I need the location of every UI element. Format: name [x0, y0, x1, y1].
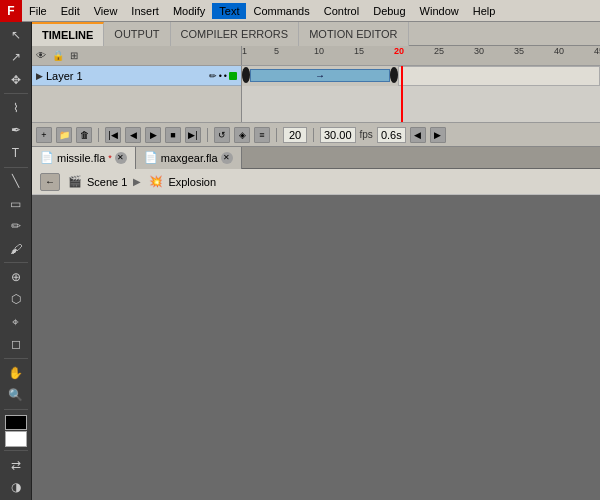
selection-tool-btn[interactable]: ↖: [3, 24, 29, 45]
keyframe-start: [242, 67, 250, 83]
ruler-mark-40: 40: [554, 46, 564, 56]
menu-bar: F File Edit View Insert Modify Text Comm…: [0, 0, 600, 22]
menu-insert[interactable]: Insert: [124, 3, 166, 19]
tab-motion-editor[interactable]: MOTION EDITOR: [299, 22, 408, 46]
playhead[interactable]: [401, 66, 403, 122]
menu-text[interactable]: Text: [212, 3, 246, 19]
scene-label: Scene 1: [87, 176, 127, 188]
more-btn[interactable]: ≡: [254, 127, 270, 143]
default-colors-btn[interactable]: ◑: [3, 477, 29, 498]
doc-tab-maxgear[interactable]: 📄 maxgear.fla ✕: [136, 147, 242, 169]
empty-frames: [398, 66, 600, 86]
ink-bottle-btn[interactable]: ⊕: [3, 266, 29, 287]
brush-tool-btn[interactable]: 🖌: [3, 238, 29, 259]
ruler-mark-30: 30: [474, 46, 484, 56]
zoom-in-btn[interactable]: ▶: [430, 127, 446, 143]
zoom-out-btn[interactable]: ◀: [410, 127, 426, 143]
timeline-panel: TIMELINE OUTPUT COMPILER ERRORS MOTION E…: [32, 22, 600, 147]
layer-dot-1: •: [219, 71, 222, 81]
ruler-mark-5: 5: [274, 46, 279, 56]
zoom-btn[interactable]: 🔍: [3, 384, 29, 405]
menu-help[interactable]: Help: [466, 3, 503, 19]
fill-color-swatch[interactable]: [5, 431, 27, 447]
line-tool-btn[interactable]: ╲: [3, 171, 29, 192]
tab-timeline[interactable]: TIMELINE: [32, 22, 104, 46]
menu-modify[interactable]: Modify: [166, 3, 212, 19]
ctrl-sep-4: [313, 128, 314, 142]
layer-header-area: 👁 🔒 ⊞: [32, 46, 242, 65]
text-tool-btn[interactable]: T: [3, 142, 29, 163]
doc-tab-missile-close[interactable]: ✕: [115, 152, 127, 164]
frames-empty-lower: [242, 86, 600, 122]
fps-value[interactable]: 30.00: [320, 127, 356, 143]
panel-tabs: TIMELINE OUTPUT COMPILER ERRORS MOTION E…: [32, 22, 600, 46]
menu-view[interactable]: View: [87, 3, 125, 19]
doc-tab-missile[interactable]: 📄 missile.fla * ✕: [32, 147, 136, 169]
timeline-body: ▶ Layer 1 ✏ • •: [32, 66, 600, 122]
doc-tab-maxgear-label: maxgear.fla: [161, 152, 218, 164]
next-frame-btn[interactable]: ▶|: [185, 127, 201, 143]
loop-btn[interactable]: ↺: [214, 127, 230, 143]
swap-colors-btn[interactable]: ⇄: [3, 454, 29, 475]
ruler-mark-10: 10: [314, 46, 324, 56]
tool-divider-6: [4, 450, 28, 451]
first-frame-btn[interactable]: |◀: [105, 127, 121, 143]
free-transform-btn[interactable]: ✥: [3, 69, 29, 90]
frames-area[interactable]: →: [242, 66, 600, 122]
prev-frame-btn[interactable]: ◀: [125, 127, 141, 143]
rectangle-tool-btn[interactable]: ▭: [3, 193, 29, 214]
paint-bucket-btn[interactable]: ⬡: [3, 289, 29, 310]
add-folder-btn[interactable]: 📁: [56, 127, 72, 143]
menu-debug[interactable]: Debug: [366, 3, 412, 19]
menu-window[interactable]: Window: [413, 3, 466, 19]
hand-btn[interactable]: ✋: [3, 362, 29, 383]
layer-color-box: [229, 72, 237, 80]
subselection-tool-btn[interactable]: ↗: [3, 46, 29, 67]
eraser-btn[interactable]: ◻: [3, 334, 29, 355]
symbol-breadcrumb-item[interactable]: 💥 Explosion: [147, 175, 216, 189]
doc-tab-maxgear-close[interactable]: ✕: [221, 152, 233, 164]
menu-file[interactable]: File: [22, 3, 54, 19]
delete-layer-btn[interactable]: 🗑: [76, 127, 92, 143]
current-frame-value[interactable]: 20: [283, 127, 307, 143]
scene-icon: 🎬: [66, 175, 84, 189]
scene-breadcrumb-item[interactable]: 🎬 Scene 1: [66, 175, 127, 189]
layer-dot-2: •: [224, 71, 227, 81]
eyedropper-btn[interactable]: ⌖: [3, 311, 29, 332]
content-area: TIMELINE OUTPUT COMPILER ERRORS MOTION E…: [32, 22, 600, 500]
menu-control[interactable]: Control: [317, 3, 366, 19]
modified-indicator: *: [108, 153, 112, 163]
lasso-tool-btn[interactable]: ⌇: [3, 97, 29, 118]
back-btn[interactable]: ←: [40, 173, 60, 191]
ctrl-sep-1: [98, 128, 99, 142]
fps-label: fps: [360, 129, 373, 140]
menu-edit[interactable]: Edit: [54, 3, 87, 19]
stage-area[interactable]: [32, 195, 600, 500]
keyframe-end: [390, 67, 398, 83]
layer-list: ▶ Layer 1 ✏ • •: [32, 66, 242, 122]
layer-row[interactable]: ▶ Layer 1 ✏ • •: [32, 66, 241, 86]
layer-name: Layer 1: [46, 70, 206, 82]
timeline-header: 👁 🔒 ⊞ 1 5 10 15 20 25 30 35 40: [32, 46, 600, 66]
add-layer-btn[interactable]: +: [36, 127, 52, 143]
ruler-mark-35: 35: [514, 46, 524, 56]
menu-commands[interactable]: Commands: [246, 3, 316, 19]
symbol-label: Explosion: [168, 176, 216, 188]
eye-icon: 👁: [36, 50, 46, 61]
stroke-color-swatch[interactable]: [5, 415, 27, 431]
timeline-ruler: 1 5 10 15 20 25 30 35 40 45: [242, 46, 600, 65]
frames-row: →: [242, 66, 600, 86]
tool-divider-4: [4, 358, 28, 359]
layer-pencil-icon[interactable]: ✏: [209, 71, 217, 81]
pencil-tool-btn[interactable]: ✏: [3, 215, 29, 236]
stop-btn[interactable]: ■: [165, 127, 181, 143]
pen-tool-btn[interactable]: ✒: [3, 120, 29, 141]
ruler-mark-15: 15: [354, 46, 364, 56]
tab-output[interactable]: OUTPUT: [104, 22, 170, 46]
ctrl-sep-2: [207, 128, 208, 142]
edit-symbols-btn[interactable]: ◈: [234, 127, 250, 143]
tab-compiler-errors[interactable]: COMPILER ERRORS: [171, 22, 300, 46]
symbol-icon: 💥: [147, 175, 165, 189]
play-btn[interactable]: ▶: [145, 127, 161, 143]
tool-divider-1: [4, 93, 28, 94]
